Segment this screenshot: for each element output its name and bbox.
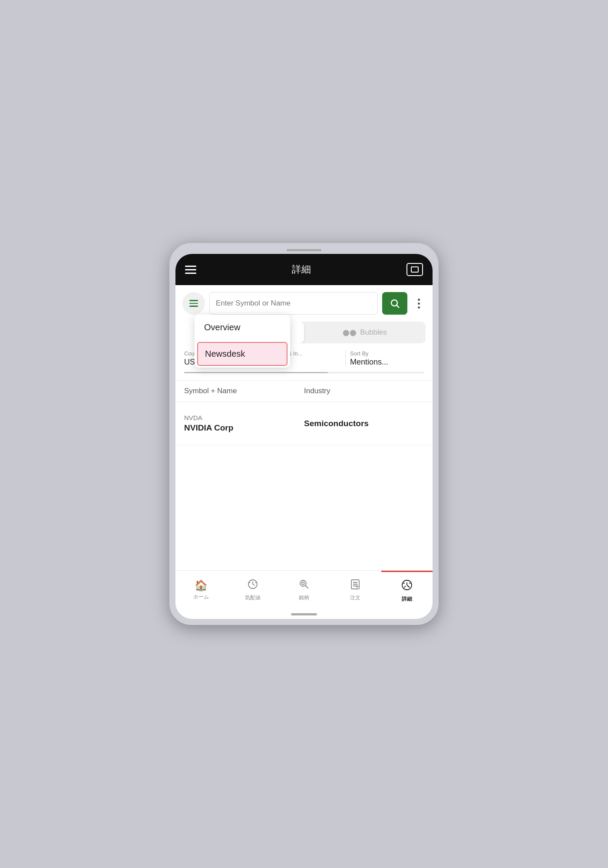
sort-filter[interactable]: Sort By Mentions...: [350, 350, 424, 367]
bubbles-icon: ⬤⬤: [343, 329, 357, 336]
home-icon: 🏠: [195, 579, 208, 592]
sort-label: Sort By: [350, 350, 424, 357]
column-header-industry: Industry: [304, 387, 424, 395]
nav-home-label: ホーム: [193, 593, 209, 601]
table-area: Symbol + Name Industry NVDA NVIDIA Corp …: [175, 380, 433, 570]
bottom-nav: 🏠 ホーム 気配値: [175, 570, 433, 609]
search-input[interactable]: [216, 299, 371, 308]
tab-bubbles-label: Bubbles: [360, 328, 387, 337]
svg-point-9: [302, 582, 304, 585]
table-row[interactable]: NVDA NVIDIA Corp Semiconductors: [175, 402, 433, 445]
tab-bubbles[interactable]: ⬤⬤ Bubbles: [304, 322, 426, 343]
svg-line-4: [253, 584, 254, 585]
header: 詳細: [175, 254, 433, 285]
nav-orders-label: 注文: [350, 594, 360, 602]
sort-value: Mentions...: [350, 358, 424, 367]
table-header-row: Symbol + Name Industry: [175, 380, 433, 402]
svg-point-20: [409, 582, 410, 584]
svg-point-7: [300, 580, 306, 586]
wallet-icon[interactable]: [406, 263, 423, 276]
svg-line-8: [305, 585, 308, 589]
search-input-wrap[interactable]: [209, 292, 378, 315]
nav-home[interactable]: 🏠 ホーム: [175, 571, 227, 609]
hamburger-icon: [189, 300, 198, 307]
stock-name: NVIDIA Corp: [184, 423, 304, 433]
column-header-symbol-name: Symbol + Name: [184, 387, 304, 395]
svg-line-21: [404, 586, 406, 588]
svg-point-0: [391, 300, 397, 306]
stock-symbol: NVDA: [184, 414, 304, 421]
nav-detail-label: 詳細: [402, 595, 412, 603]
search-button[interactable]: [382, 292, 407, 315]
industry-cell: Semiconductors: [304, 419, 424, 428]
more-options-button[interactable]: [412, 292, 426, 315]
nav-quotes-label: 気配値: [245, 594, 261, 602]
svg-line-1: [397, 306, 400, 308]
stock-symbol-name-cell: NVDA NVIDIA Corp: [184, 414, 304, 433]
search-area: [175, 285, 433, 315]
search-icon: [390, 298, 400, 309]
dropdown-item-overview[interactable]: Overview: [195, 315, 290, 340]
nav-quotes[interactable]: 気配値: [227, 571, 278, 609]
bottom-indicator: [291, 613, 317, 615]
detail-icon: [401, 579, 413, 594]
quotes-icon: [247, 579, 258, 592]
dropdown-item-newsdesk[interactable]: Newsdesk: [197, 342, 287, 366]
industry-value: Semiconductors: [304, 419, 424, 428]
nav-symbols-label: 銘柄: [299, 594, 309, 602]
bottom-indicator-wrap: [175, 609, 433, 619]
nav-orders[interactable]: 注文: [330, 571, 381, 609]
orders-icon: [350, 579, 361, 592]
header-menu-button[interactable]: [185, 266, 196, 274]
nav-symbols[interactable]: 銘柄: [278, 571, 330, 609]
search-menu-button[interactable]: [182, 292, 205, 315]
filter-divider-2: [345, 349, 346, 367]
nav-detail[interactable]: 詳細: [381, 571, 433, 609]
svg-point-19: [403, 582, 404, 584]
dropdown-menu: Overview Newsdesk: [195, 315, 290, 368]
header-title: 詳細: [292, 263, 311, 276]
symbols-icon: [298, 579, 310, 592]
svg-line-22: [408, 586, 410, 588]
